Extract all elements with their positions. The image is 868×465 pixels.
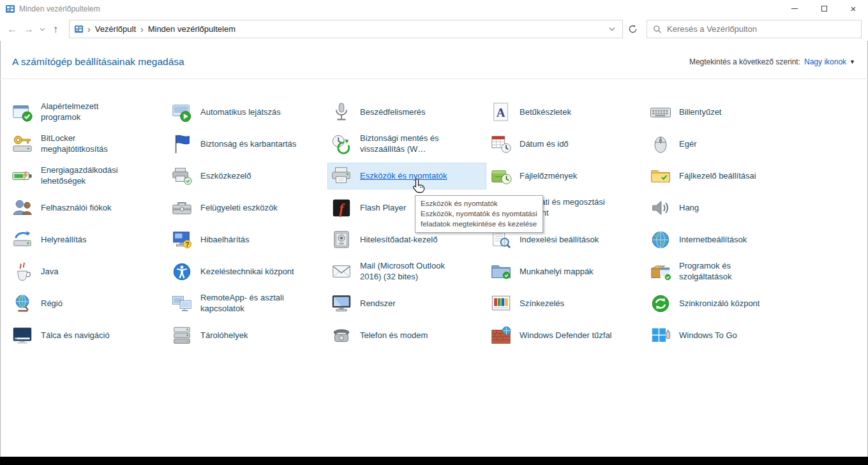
control-panel-item-label: Felhasználói fiókok — [41, 203, 138, 214]
control-panel-item[interactable]: Automatikus lejátszás — [171, 96, 331, 128]
control-panel-item[interactable]: Rendszer — [331, 288, 490, 320]
control-panel-item-label: Hitelesítőadat-kezelő — [360, 235, 458, 246]
control-panel-item[interactable]: Színkezelés — [490, 288, 650, 320]
maximize-button[interactable] — [809, 0, 839, 17]
control-panel-item-label: Egér — [679, 139, 777, 150]
breadcrumb-separator: › — [138, 24, 146, 34]
window-title: Minden vezérlőpultelem — [19, 4, 100, 13]
tooltip-description-line: feladatok megtekintése és kezelése — [421, 219, 537, 229]
window-controls: × — [780, 0, 868, 17]
location-icon — [74, 24, 84, 34]
control-panel-item[interactable]: Energiagazdálkodási lehetőségek — [11, 160, 171, 192]
control-panel-item[interactable]: ABetűkészletek — [490, 96, 650, 128]
control-panel-item-label: Régió — [41, 299, 138, 309]
control-panel-item-label: BitLocker meghajtótitkosítás — [41, 133, 138, 155]
default-programs-icon — [11, 101, 33, 123]
forward-button[interactable]: → — [20, 20, 37, 38]
control-panel-item-label: Rendszer — [360, 299, 458, 309]
control-panel-item-label: Tálca és navigáció — [41, 330, 138, 341]
maximize-icon — [821, 6, 827, 11]
view-by-dropdown[interactable]: Nagy ikonok ▼ — [804, 57, 855, 66]
control-panel-item[interactable]: Biztonság és karbantartás — [171, 128, 331, 160]
search-input[interactable] — [667, 24, 855, 34]
control-panel-item[interactable]: Hang — [650, 192, 809, 224]
taskbar-strip[interactable] — [0, 457, 868, 465]
control-panel-item-label: Billentyűzet — [679, 107, 777, 118]
control-panel-item-label: Automatikus lejátszás — [200, 107, 298, 118]
windows-firewall-icon — [490, 325, 512, 346]
control-panel-item-label: Windows Defender tűzfal — [520, 330, 617, 341]
chevron-down-icon: ▼ — [849, 59, 855, 65]
search-box[interactable] — [647, 20, 862, 38]
control-panel-item-label: Fájlelőzmények — [520, 171, 617, 182]
control-panel-item[interactable]: Felhasználói fiókok — [11, 192, 171, 224]
control-panel-item-label: Színkezelés — [520, 299, 617, 309]
file-history-icon — [490, 165, 512, 187]
breadcrumb-item-current[interactable]: Minden vezérlőpultelem — [146, 24, 238, 34]
control-panel-item-label: Programok és szolgáltatások — [679, 261, 777, 283]
control-panel-item[interactable]: Kezeléstechnikai központ — [171, 256, 331, 288]
back-button[interactable]: ← — [4, 20, 20, 38]
header-row: A számítógép beállításainak megadása Meg… — [0, 41, 868, 79]
control-panel-item[interactable]: Felügyeleti eszközök — [171, 192, 331, 224]
control-panel-item[interactable]: Fájlelőzmények — [490, 160, 650, 192]
control-panel-window: Minden vezérlőpultelem × ← → ↑ › Vezérlő… — [0, 0, 868, 465]
control-panel-item[interactable]: Dátum és idő — [490, 128, 650, 160]
control-panel-item[interactable]: Szinkronizáló központ — [650, 288, 809, 320]
control-panel-item[interactable]: Eszközkezelő — [171, 160, 331, 192]
windows-to-go-icon — [650, 325, 671, 346]
back-arrow-icon: ← — [7, 24, 17, 35]
breadcrumb-separator: › — [86, 24, 93, 34]
tooltip: Eszközök és nyomtatók Eszközök, nyomtató… — [415, 195, 543, 233]
control-panel-item[interactable]: Biztonsági mentés és visszaállítás (W… — [331, 128, 490, 160]
color-management-icon — [490, 293, 512, 314]
control-panel-item[interactable]: Munkahelyi mappák — [490, 256, 650, 288]
control-panel-item[interactable]: Fájlkezelő beállításai — [650, 160, 809, 192]
control-panel-item[interactable]: Java — [11, 256, 171, 288]
control-panel-item[interactable]: Helyreállítás — [11, 224, 171, 256]
svg-text:?: ? — [185, 241, 189, 248]
control-panel-item-label: Dátum és idő — [520, 139, 617, 150]
control-panel-item[interactable]: Alapértelmezett programok — [11, 96, 171, 128]
control-panel-item[interactable]: RemoteApp- és asztali kapcsolatok — [171, 288, 331, 320]
control-panel-item[interactable]: Windows To Go — [650, 320, 809, 351]
control-panel-item-label: Internetbeállítások — [679, 235, 777, 246]
control-panel-item-label: Betűkészletek — [520, 107, 617, 118]
control-panel-item[interactable]: Tárolóhelyek — [171, 320, 331, 351]
control-panel-item-label: Alapértelmezett programok — [41, 101, 138, 123]
control-panel-item[interactable]: Egér — [650, 128, 809, 160]
title-bar: Minden vezérlőpultelem × — [0, 0, 868, 17]
sync-center-icon — [650, 293, 671, 314]
control-panel-item[interactable]: Internetbeállítások — [650, 224, 809, 256]
control-panel-item[interactable]: Programok és szolgáltatások — [650, 256, 809, 288]
address-bar[interactable]: › Vezérlőpult › Minden vezérlőpultelem — [69, 20, 623, 38]
control-panel-item[interactable]: BitLocker meghajtótitkosítás — [11, 128, 171, 160]
control-panel-item[interactable]: Billentyűzet — [650, 96, 809, 128]
work-folders-icon — [490, 261, 512, 283]
search-icon — [653, 25, 662, 34]
up-button[interactable]: ↑ — [47, 20, 64, 38]
control-panel-item[interactable]: Régió — [11, 288, 171, 320]
control-panel-item[interactable]: Telefon és modem — [331, 320, 490, 351]
control-panel-item[interactable]: Mail (Microsoft Outlook 2016) (32 bites) — [331, 256, 490, 288]
control-panel-item[interactable]: Tálca és navigáció — [11, 320, 171, 351]
view-by-label: Megtekintés a következő szerint: — [689, 57, 800, 66]
navigation-bar: ← → ↑ › Vezérlőpult › Minden vezérlőpult… — [0, 17, 868, 41]
user-accounts-icon — [11, 197, 33, 219]
keyboard-icon — [650, 101, 671, 123]
refresh-button[interactable] — [623, 20, 642, 38]
control-panel-item[interactable]: Eszközök és nyomtatók — [331, 160, 490, 192]
minimize-button[interactable] — [780, 0, 809, 17]
system-icon — [331, 293, 352, 314]
control-panel-item-label: Eszközök és nyomtatók — [360, 171, 458, 182]
control-panel-item[interactable]: Beszédfelismerés — [331, 96, 490, 128]
device-manager-icon — [171, 165, 193, 187]
close-button[interactable]: × — [839, 0, 868, 17]
control-panel-item-label: Indexelési beállítások — [520, 235, 617, 246]
control-panel-item[interactable]: ?Hibaelhárítás — [171, 224, 331, 256]
control-panel-item[interactable]: Windows Defender tűzfal — [490, 320, 650, 351]
address-dropdown-button[interactable] — [606, 27, 618, 31]
control-panel-grid: Alapértelmezett programokAutomatikus lej… — [11, 96, 812, 351]
recent-locations-dropdown[interactable] — [37, 20, 47, 38]
breadcrumb-item-root[interactable]: Vezérlőpult — [93, 24, 138, 34]
